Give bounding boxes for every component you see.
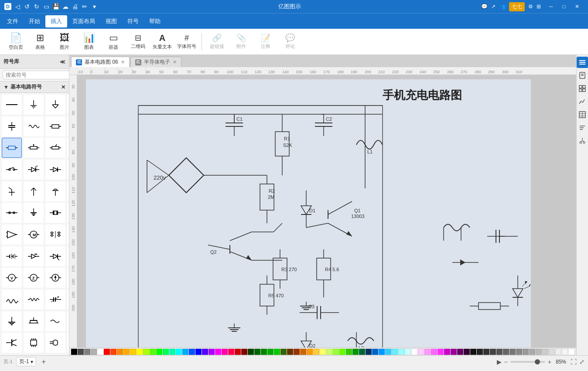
- vector-text-button[interactable]: A 矢量文本: [151, 31, 174, 53]
- color-swatch[interactable]: [189, 349, 195, 355]
- color-swatch[interactable]: [202, 349, 208, 355]
- color-swatch[interactable]: [549, 349, 555, 355]
- shapes-button[interactable]: [577, 83, 588, 94]
- color-swatch[interactable]: [359, 349, 365, 355]
- symbol-resistor-selected[interactable]: [2, 138, 22, 158]
- color-swatch[interactable]: [91, 349, 97, 355]
- canvas[interactable]: 手机充电电路图 220v: [77, 75, 576, 347]
- color-swatch[interactable]: [477, 349, 483, 355]
- menu-page-layout[interactable]: 页面布局: [67, 15, 100, 27]
- symbol-resistor-var[interactable]: [67, 311, 69, 331]
- symbol-crystal[interactable]: [45, 203, 65, 223]
- symbol-switch[interactable]: [2, 160, 22, 180]
- symbol-cross[interactable]: [67, 116, 69, 136]
- color-swatch[interactable]: [123, 349, 130, 355]
- qrcode-button[interactable]: ⊟ 二维码: [126, 31, 149, 53]
- tab-circuit-06[interactable]: 亿 基本电路图 06 ✕: [71, 57, 130, 67]
- color-swatch[interactable]: [542, 349, 548, 355]
- zoom-level-label[interactable]: 85%: [554, 359, 568, 365]
- color-swatch[interactable]: [97, 349, 103, 355]
- color-swatch[interactable]: [222, 349, 228, 355]
- color-swatch[interactable]: [529, 349, 535, 355]
- symbol-led[interactable]: [24, 160, 44, 180]
- color-swatch[interactable]: [523, 349, 529, 355]
- color-swatch[interactable]: [555, 349, 561, 355]
- color-swatch[interactable]: [313, 349, 319, 355]
- symbol-junction[interactable]: [67, 95, 69, 115]
- undo-icon[interactable]: ↺: [24, 3, 31, 10]
- symbol-antenna-ground[interactable]: [24, 203, 44, 223]
- font-symbol-button[interactable]: # 字体符号: [175, 31, 198, 53]
- new-page-icon[interactable]: ▭: [43, 3, 50, 10]
- symbol-earth-ground[interactable]: [2, 311, 22, 331]
- pencil-icon[interactable]: ✏: [81, 3, 88, 10]
- color-swatch[interactable]: [346, 349, 352, 355]
- symbol-inductor[interactable]: [24, 116, 44, 136]
- color-swatch[interactable]: [464, 349, 470, 355]
- play-icon[interactable]: ▶: [497, 358, 502, 365]
- color-swatch[interactable]: [352, 349, 359, 355]
- color-swatch[interactable]: [333, 349, 339, 355]
- symbol-capacitor-polar[interactable]: [2, 116, 22, 136]
- color-swatch[interactable]: [339, 349, 345, 355]
- color-swatch[interactable]: [424, 349, 431, 355]
- layers-button[interactable]: [577, 57, 588, 68]
- color-swatch[interactable]: [372, 349, 378, 355]
- redo-icon[interactable]: ↻: [33, 3, 40, 10]
- format-button[interactable]: [577, 122, 588, 133]
- color-swatch[interactable]: [117, 349, 123, 355]
- color-swatch[interactable]: [326, 349, 332, 355]
- color-swatch[interactable]: [411, 349, 417, 355]
- symbol-spark-gap[interactable]: [45, 311, 65, 331]
- print-icon[interactable]: 🖨: [72, 3, 79, 10]
- menu-file[interactable]: 文件: [2, 15, 24, 27]
- zoom-slider[interactable]: [510, 361, 545, 363]
- color-swatch[interactable]: [104, 349, 110, 355]
- search-input[interactable]: [3, 71, 69, 79]
- color-swatch[interactable]: [418, 349, 424, 355]
- symbol-capacitor-var[interactable]: [45, 289, 65, 310]
- color-swatch[interactable]: [496, 349, 503, 355]
- tab-close-2[interactable]: ✕: [173, 59, 177, 65]
- add-page-button[interactable]: +: [40, 358, 47, 366]
- symbol-motor2[interactable]: [67, 268, 69, 288]
- symbol-potentiometer[interactable]: [24, 138, 44, 158]
- color-swatch[interactable]: [267, 349, 273, 355]
- color-swatch[interactable]: [143, 349, 149, 355]
- color-swatch[interactable]: [176, 349, 182, 355]
- color-swatch[interactable]: [516, 349, 522, 355]
- symbol-antenna4[interactable]: [67, 181, 69, 201]
- color-swatch[interactable]: [483, 349, 489, 355]
- color-swatch[interactable]: [431, 349, 437, 355]
- sidebar-collapse-icon[interactable]: ≪: [60, 59, 65, 65]
- color-swatch[interactable]: [300, 349, 306, 355]
- symbol-thyristor[interactable]: [45, 246, 65, 266]
- symbol-fuse[interactable]: [67, 203, 69, 223]
- settings-icon[interactable]: ⚙: [528, 3, 533, 10]
- blank-page-button[interactable]: 📄 空白页: [4, 31, 27, 53]
- symbol-coil1[interactable]: [2, 289, 22, 310]
- symbol-switch-spst[interactable]: [2, 203, 22, 223]
- color-swatch[interactable]: [150, 349, 156, 355]
- symbol-bulb[interactable]: [67, 160, 69, 180]
- color-swatch[interactable]: [274, 349, 280, 355]
- symbol-transistor-pnp[interactable]: [2, 333, 22, 353]
- color-swatch[interactable]: [241, 349, 247, 355]
- menu-view[interactable]: 视图: [100, 15, 122, 27]
- dropdown-icon[interactable]: ▾: [91, 3, 98, 10]
- menu-insert[interactable]: 插入: [45, 15, 67, 27]
- color-swatch[interactable]: [215, 349, 221, 355]
- fit-to-screen-button[interactable]: ⛶: [571, 358, 577, 365]
- color-swatch[interactable]: [287, 349, 293, 355]
- grid-icon[interactable]: ⊞: [537, 3, 541, 10]
- color-swatch[interactable]: [137, 349, 143, 355]
- color-swatch[interactable]: [163, 349, 169, 355]
- close-button[interactable]: ✕: [571, 0, 584, 13]
- symbol-battery[interactable]: [2, 246, 22, 266]
- menu-help[interactable]: 帮助: [144, 15, 166, 27]
- color-swatch[interactable]: [562, 349, 568, 355]
- chart2-button[interactable]: [577, 96, 588, 107]
- color-swatch[interactable]: [379, 349, 385, 355]
- symbol-ground1[interactable]: [24, 95, 44, 115]
- color-swatch[interactable]: [78, 349, 84, 355]
